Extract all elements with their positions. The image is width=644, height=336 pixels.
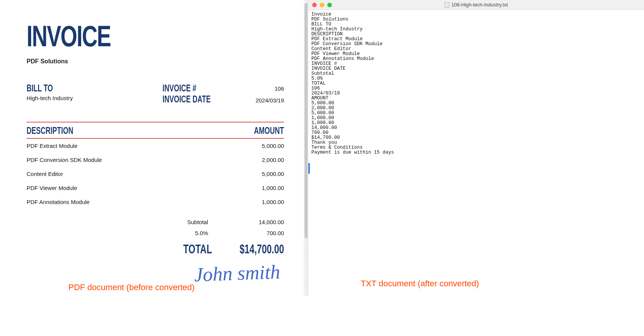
invoice-meta: BILL TO High-tech Industry INVOICE # INV…: [27, 84, 284, 107]
table-row: PDF Extract Module 5,000.00: [27, 139, 284, 153]
caption-txt: TXT document (after converted): [361, 279, 479, 289]
invoice-number-value: 106: [223, 84, 284, 92]
totals-section: Subtotal 14,000.00 5.0% 700.00 TOTAL $14…: [27, 217, 284, 255]
line-amount: 5,000.00: [262, 143, 284, 149]
line-amount: 5,000.00: [262, 171, 284, 177]
pdf-document-panel: INVOICE PDF Solutions BILL TO High-tech …: [0, 0, 307, 296]
invoice-date-value: 2024/03/19: [223, 96, 284, 104]
line-amount: 1,000.00: [262, 185, 284, 191]
total-value: $14,700.00: [240, 241, 284, 256]
company-name: PDF Solutions: [27, 58, 284, 65]
caption-pdf: PDF document (before converted): [68, 283, 195, 292]
line-items-table: DESCRIPTION AMOUNT PDF Extract Module 5,…: [27, 122, 284, 209]
table-row: PDF Annotations Module 1,000.00: [27, 195, 284, 209]
scroll-indicator: [308, 163, 310, 174]
subtotal-label: Subtotal: [147, 219, 208, 225]
invoice-date-label: INVOICE DATE: [163, 94, 217, 105]
line-desc: PDF Extract Module: [27, 143, 77, 149]
table-row: Content Editor 5,000.00: [27, 167, 284, 181]
amount-header: AMOUNT: [254, 125, 284, 136]
line-desc: PDF Annotations Module: [27, 199, 90, 205]
window-titlebar[interactable]: 106-High-tech-Industry.txt: [308, 0, 644, 10]
window-title: 106-High-tech-Industry.txt: [308, 2, 644, 8]
scrollbar-thumb[interactable]: [305, 3, 308, 238]
table-row: PDF Conversion SDK Module 2,000.00: [27, 153, 284, 167]
window-title-text: 106-High-tech-Industry.txt: [451, 2, 508, 8]
signature: John smith: [194, 261, 281, 286]
bill-to-value: High-tech Industry: [27, 95, 156, 101]
txt-content[interactable]: Invoice PDF Solutions BILL TO High-tech …: [308, 10, 644, 157]
bill-to-label: BILL TO: [27, 83, 143, 94]
tax-rate-label: 5.0%: [147, 230, 208, 236]
invoice-title: INVOICE: [27, 19, 271, 53]
tax-value: 700.00: [238, 230, 284, 236]
txt-window: 106-High-tech-Industry.txt Invoice PDF S…: [308, 0, 644, 296]
subtotal-value: 14,000.00: [238, 219, 284, 225]
total-label: TOTAL: [183, 241, 212, 256]
line-amount: 2,000.00: [262, 157, 284, 163]
line-desc: PDF Viewer Module: [27, 185, 77, 191]
invoice-number-label: INVOICE #: [163, 83, 217, 94]
description-header: DESCRIPTION: [27, 125, 73, 136]
line-desc: Content Editor: [27, 171, 63, 177]
file-icon: [445, 2, 449, 8]
line-desc: PDF Conversion SDK Module: [27, 157, 102, 163]
line-amount: 1,000.00: [262, 199, 284, 205]
table-row: PDF Viewer Module 1,000.00: [27, 181, 284, 195]
